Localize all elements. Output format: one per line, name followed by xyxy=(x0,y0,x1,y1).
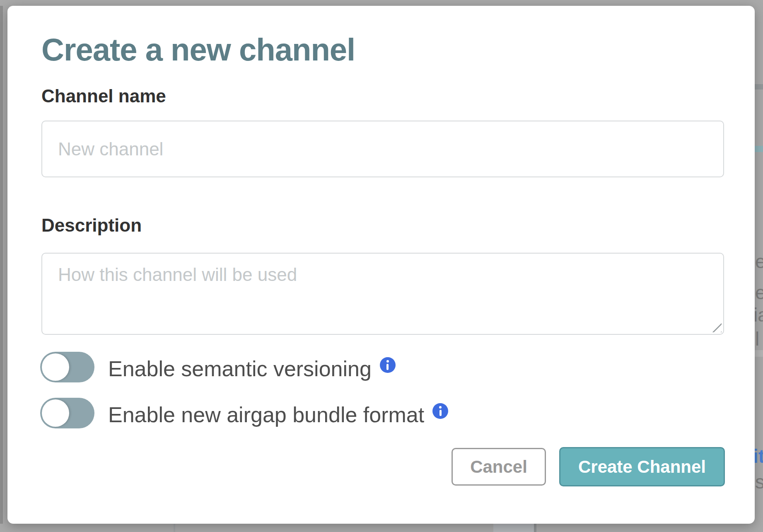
create-channel-button[interactable]: Create Channel xyxy=(559,447,725,486)
background-page-bottom xyxy=(0,524,763,532)
info-icon-dot xyxy=(439,406,442,409)
background-text-fragment: e xyxy=(755,283,763,302)
background-text-fragment: ia xyxy=(755,305,763,324)
channel-name-label: Channel name xyxy=(41,87,166,105)
description-label: Description xyxy=(41,216,142,235)
toggle-knob xyxy=(42,399,69,427)
info-icon-stem xyxy=(386,364,389,370)
cancel-button[interactable]: Cancel xyxy=(452,448,546,486)
description-textarea[interactable] xyxy=(41,253,724,335)
background-teal-accent xyxy=(755,146,763,152)
background-page-edge xyxy=(0,6,3,524)
modal-title: Create a new channel xyxy=(41,32,355,67)
background-text-fragment: e xyxy=(755,252,763,271)
background-text-fragment: s xyxy=(755,472,763,491)
info-icon-stem xyxy=(439,410,442,416)
background-light-row xyxy=(755,350,763,357)
info-icon-dot xyxy=(386,360,389,363)
background-divider xyxy=(755,84,763,89)
airgap-bundle-toggle[interactable] xyxy=(40,398,94,428)
background-divider xyxy=(174,524,175,532)
description-field-wrap xyxy=(41,253,724,335)
background-block xyxy=(493,524,534,532)
semantic-versioning-label: Enable semantic versioning xyxy=(108,358,372,380)
toggle-knob xyxy=(42,353,69,381)
airgap-bundle-label: Enable new airgap bundle format xyxy=(108,404,424,426)
semantic-versioning-toggle[interactable] xyxy=(40,352,94,382)
airgap-bundle-row: Enable new airgap bundle format xyxy=(40,398,448,428)
semantic-versioning-row: Enable semantic versioning xyxy=(40,352,396,382)
create-channel-modal: Create a new channel Channel name Descri… xyxy=(7,6,755,524)
background-text-fragment: l xyxy=(755,329,759,348)
info-icon[interactable] xyxy=(380,357,396,373)
channel-name-input[interactable] xyxy=(41,121,724,177)
background-link-fragment: it xyxy=(755,447,763,466)
background-page-glimpse: e e ia l it s xyxy=(755,0,763,532)
background-divider xyxy=(534,524,536,532)
modal-footer: Cancel Create Channel xyxy=(7,447,755,486)
info-icon[interactable] xyxy=(432,403,448,419)
